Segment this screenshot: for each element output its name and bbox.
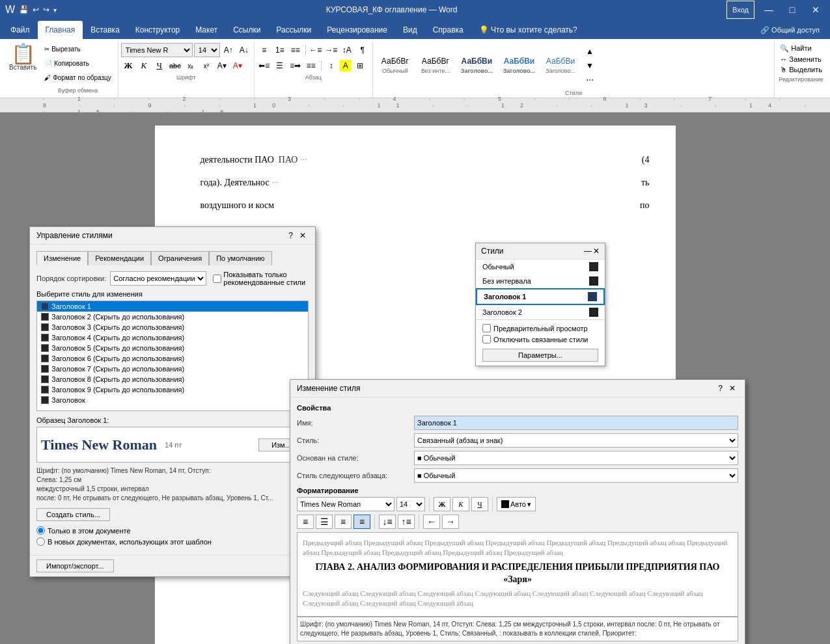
align-left-btn[interactable]: ≡: [297, 515, 314, 529]
style-item-heading6[interactable]: Заголовок 6 (Скрыть до использования): [37, 353, 308, 364]
tab-help[interactable]: Справка: [425, 21, 471, 39]
create-style-button[interactable]: Создать стиль...: [36, 508, 110, 521]
indent-left-btn[interactable]: ←: [423, 515, 440, 529]
bold-button[interactable]: Ж: [121, 59, 135, 73]
highlight-button[interactable]: A▾: [215, 59, 229, 73]
find-button[interactable]: 🔍 Найти: [777, 43, 825, 54]
indent-button[interactable]: →≡: [324, 43, 339, 57]
format-painter-button[interactable]: 🖌 Формат по образцу: [42, 73, 113, 83]
strikethrough-button[interactable]: abc: [168, 59, 182, 73]
font-color-button[interactable]: A▾: [230, 59, 245, 73]
italic-button[interactable]: К: [137, 59, 151, 73]
sort-button[interactable]: ↕A: [340, 43, 354, 57]
font-size-select[interactable]: 14 12 16: [194, 43, 220, 57]
tab-view[interactable]: Вид: [395, 21, 425, 39]
modify-style-close-button[interactable]: ✕: [726, 384, 738, 393]
fmt-bold-button[interactable]: Ж: [434, 497, 450, 511]
line-spacing-increase-btn[interactable]: ↑≡: [398, 515, 415, 529]
font-name-select[interactable]: Times New R Arial Calibri: [121, 43, 193, 57]
tab-defaults[interactable]: По умолчанию: [209, 251, 271, 265]
tab-references[interactable]: Ссылки: [225, 21, 268, 39]
styles-panel-close[interactable]: ✕: [593, 247, 600, 256]
panel-nospace-item[interactable]: Без интервала: [476, 274, 605, 288]
redo-icon[interactable]: ↪: [43, 5, 49, 14]
panel-normal-item[interactable]: Обычный: [476, 260, 605, 274]
tab-file[interactable]: Файл: [3, 21, 38, 39]
gallery-down-button[interactable]: ▼: [583, 59, 597, 73]
underline-button[interactable]: Ч: [152, 59, 167, 73]
undo-icon[interactable]: ↩: [33, 5, 39, 14]
tab-layout[interactable]: Макет: [187, 21, 225, 39]
style-item-heading3[interactable]: Заголовок 3 (Скрыть до использования): [37, 322, 308, 332]
tab-search[interactable]: 💡 Что вы хотите сделать?: [471, 21, 585, 39]
tab-home[interactable]: Главная: [38, 21, 83, 39]
maximize-button[interactable]: □: [783, 1, 801, 19]
tab-mailings[interactable]: Рассылки: [268, 21, 319, 39]
align-justify-btn[interactable]: ≡: [353, 515, 370, 529]
params-button[interactable]: Параметры...: [482, 349, 598, 362]
radio-new-input[interactable]: [36, 537, 45, 546]
panel-heading1-item[interactable]: Заголовок 1: [476, 288, 605, 305]
align-center-btn[interactable]: ☰: [316, 515, 333, 529]
replace-button[interactable]: ↔ Заменить: [777, 54, 825, 64]
paste-button[interactable]: 📋 Вставить: [5, 43, 40, 96]
align-right-button[interactable]: ≡➡: [288, 59, 303, 73]
styles-panel-minimize[interactable]: —: [584, 247, 592, 256]
show-recommended-checkbox-label[interactable]: Показывать только рекомендованные стили: [213, 271, 309, 286]
import-export-button[interactable]: Импорт/экспорт...: [36, 559, 114, 572]
style-item-heading8[interactable]: Заголовок 8 (Скрыть до использования): [37, 374, 308, 384]
name-input[interactable]: [414, 416, 738, 430]
select-button[interactable]: 🖱 Выделить: [777, 64, 825, 75]
gallery-up-button[interactable]: ▲: [583, 44, 597, 59]
line-spacing-decrease-btn[interactable]: ↓≡: [379, 515, 396, 529]
tab-change[interactable]: Изменение: [36, 251, 88, 265]
tab-review[interactable]: Рецензирование: [319, 21, 395, 39]
style-type-select[interactable]: Связанный (абзац и знак): [414, 433, 738, 448]
login-button[interactable]: Вход: [726, 1, 754, 19]
sort-select[interactable]: Согласно рекомендации: [110, 271, 206, 286]
align-left-button[interactable]: ⬅≡: [257, 59, 271, 73]
grow-font-button[interactable]: A↑: [221, 43, 236, 57]
style-item-heading7[interactable]: Заголовок 7 (Скрыть до использования): [37, 364, 308, 374]
styles-mgmt-close-button[interactable]: ✕: [297, 231, 309, 240]
gallery-heading3[interactable]: АаБбВиЗаголово...: [541, 55, 580, 77]
outdent-button[interactable]: ←≡: [309, 43, 323, 57]
modify-style-help-button[interactable]: ?: [715, 384, 725, 393]
justify-button[interactable]: ≡≡: [304, 59, 318, 73]
indent-right-btn[interactable]: →: [442, 515, 459, 529]
show-recommended-checkbox[interactable]: [213, 275, 221, 283]
style-item-heading4[interactable]: Заголовок 4 (Скрыть до использования): [37, 332, 308, 343]
fmt-color-button[interactable]: Авто ▾: [497, 497, 536, 511]
border-button[interactable]: ⊞: [353, 59, 367, 73]
gallery-more-button[interactable]: ⋯: [583, 73, 597, 87]
gallery-normal[interactable]: АаБбВгОбычный: [376, 55, 415, 77]
close-button[interactable]: ✕: [807, 1, 825, 19]
line-spacing-button[interactable]: ↕: [324, 59, 339, 73]
minimize-button[interactable]: —: [760, 1, 778, 19]
numbering-button[interactable]: 1≡: [273, 43, 287, 57]
style-item-heading1[interactable]: Заголовок 1: [37, 301, 308, 312]
style-item-heading2[interactable]: Заголовок 2 (Скрыть до использования): [37, 312, 308, 322]
share-button[interactable]: 🔗 Общий доступ: [753, 21, 827, 39]
align-right-btn[interactable]: ≡: [335, 515, 352, 529]
tab-constructor[interactable]: Конструктор: [128, 21, 187, 39]
copy-button[interactable]: 📄 Копировать: [42, 59, 113, 68]
gallery-noSpace[interactable]: АаБбВгБез инте...: [416, 55, 455, 77]
tab-restrictions[interactable]: Ограничения: [151, 251, 209, 265]
cut-button[interactable]: ✂ Вырезать: [42, 44, 113, 54]
fmt-size-select[interactable]: 14: [396, 497, 425, 511]
bullets-button[interactable]: ≡: [257, 43, 271, 57]
fmt-font-select[interactable]: Times New Roman: [297, 497, 394, 511]
next-style-select[interactable]: ■ Обычный: [414, 468, 738, 483]
tab-insert[interactable]: Вставка: [83, 21, 128, 39]
style-item-heading9[interactable]: Заголовок 9 (Скрыть до использования): [37, 384, 308, 395]
subscript-button[interactable]: x₂: [184, 59, 198, 73]
show-marks-button[interactable]: ¶: [355, 43, 370, 57]
panel-heading2-item[interactable]: Заголовок 2: [476, 305, 605, 319]
fmt-underline-button[interactable]: Ч: [471, 497, 488, 511]
style-item-heading[interactable]: Заголовок: [37, 395, 308, 405]
gallery-heading1[interactable]: АаБбВиЗаголово...: [456, 55, 497, 77]
tab-recommendations[interactable]: Рекомендации: [88, 251, 151, 265]
based-on-select[interactable]: ■ Обычный: [414, 451, 738, 465]
gallery-heading2[interactable]: АаБбВиЗаголово...: [499, 55, 540, 77]
